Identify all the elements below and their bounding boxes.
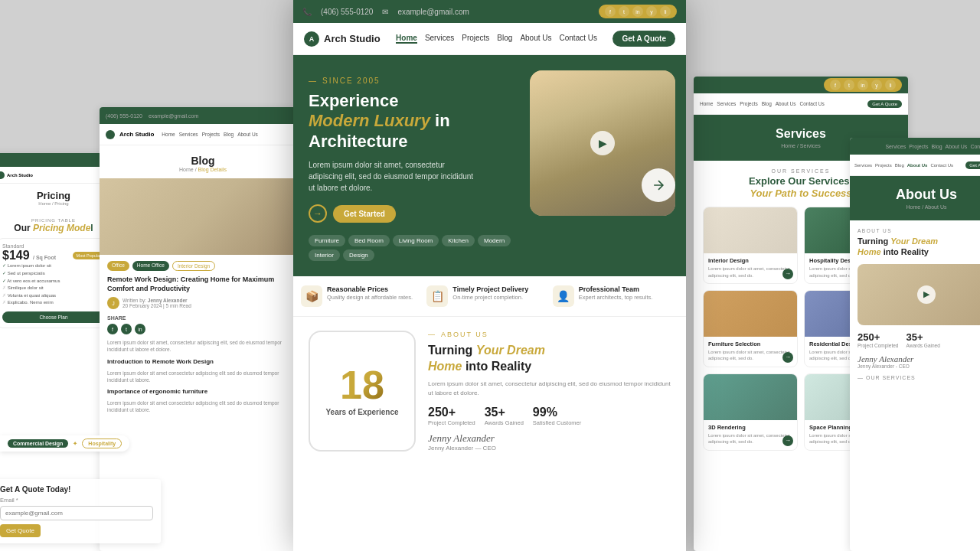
apt-t1: Turning xyxy=(858,236,888,246)
pricing-logo-text: Arch Studio xyxy=(7,173,33,178)
feature-team-text: Professional Team Expert architects, top… xyxy=(579,285,653,301)
s-li[interactable]: li xyxy=(885,80,896,90)
pricing-section-title: Our Pricing Model xyxy=(0,223,115,233)
nav-contact[interactable]: Contact Us xyxy=(560,34,597,44)
hero-cta-button[interactable]: Get Started xyxy=(333,205,396,223)
services-nav-cta[interactable]: Get A Quote xyxy=(867,100,902,108)
at-services[interactable]: Services xyxy=(885,144,906,149)
an-contact[interactable]: Contact Us xyxy=(930,163,953,168)
about-nav-cta[interactable]: Get A Quote xyxy=(965,161,980,169)
team-icon: 👤 xyxy=(553,285,574,307)
nav-projects[interactable]: Projects xyxy=(462,34,489,44)
blog-share-label: SHARE xyxy=(107,315,293,321)
pricing-cards: Standard $149 / Sq Foot Most Popular Lor… xyxy=(0,233,115,333)
about-page-stats: 250+ Project Completed 35+ Awards Gained xyxy=(858,331,980,348)
about-label: ABOUT US xyxy=(428,331,671,338)
service-furniture-desc: Lorem ipsum dolor sit amet, consectetur … xyxy=(708,349,792,362)
at-projects[interactable]: Projects xyxy=(909,144,928,149)
blog-nav-services[interactable]: Services xyxy=(179,132,198,137)
at-about[interactable]: About Us xyxy=(946,144,968,149)
email-cta-button[interactable]: Get Quote xyxy=(0,524,41,537)
svc-nav-about[interactable]: About Us xyxy=(776,101,796,106)
at-contact[interactable]: Contact Us xyxy=(970,144,980,149)
share-linkedin[interactable]: in xyxy=(135,324,145,334)
blog-nav-blog[interactable]: Blog xyxy=(224,132,234,137)
logo-icon: A xyxy=(304,31,319,47)
stat-satisfied: 99% Satisfied Customer xyxy=(533,406,581,426)
an-blog[interactable]: Blog xyxy=(895,163,904,168)
about-play-button[interactable]: ▶ xyxy=(917,285,936,304)
s-tw[interactable]: t xyxy=(844,80,854,90)
blog-nav-about[interactable]: About Us xyxy=(237,132,258,137)
tag-interior[interactable]: Interior xyxy=(309,249,340,261)
email-form: Get A Quote Today! Email * Get Quote xyxy=(0,479,161,543)
tag-interior[interactable]: Interior Design xyxy=(172,261,215,271)
svc-nav-services[interactable]: Services xyxy=(717,101,736,106)
blog-breadcrumb: Home / Blog Details xyxy=(107,167,293,172)
signature: Jenny Alexander xyxy=(428,432,671,445)
tag-home-office[interactable]: Home Office xyxy=(132,261,169,271)
tag-modern[interactable]: Modern xyxy=(478,235,511,246)
nav-cta-button[interactable]: Get A Quote xyxy=(612,31,675,47)
play-button[interactable]: ▶ xyxy=(590,131,615,155)
svc-nav-contact[interactable]: Contact Us xyxy=(800,101,825,106)
nav-links: Home Services Projects Blog About Us Con… xyxy=(396,34,597,44)
service-furniture-arrow[interactable]: → xyxy=(782,352,793,363)
share-facebook[interactable]: f xyxy=(107,324,118,334)
tag-furniture[interactable]: Furniture xyxy=(309,235,345,246)
instagram-icon[interactable]: in xyxy=(632,6,643,17)
about-title-part1: Turning xyxy=(428,344,472,357)
tag-kitchen[interactable]: Kitchen xyxy=(442,235,475,246)
pricing-logo-icon xyxy=(0,171,5,179)
linkedin-icon[interactable]: li xyxy=(660,6,671,17)
tag-living[interactable]: Living Room xyxy=(393,235,439,246)
hero-tags: Furniture Bed Room Living Room Kitchen M… xyxy=(309,235,538,261)
tag-bedroom[interactable]: Bed Room xyxy=(348,235,390,246)
twitter-icon[interactable]: t xyxy=(619,6,629,17)
blog-nav-projects[interactable]: Projects xyxy=(202,132,220,137)
svc-nav-home[interactable]: Home xyxy=(700,101,713,106)
an-about[interactable]: About Us xyxy=(907,163,928,168)
facebook-icon[interactable]: f xyxy=(605,6,616,17)
blog-nav-home[interactable]: Home xyxy=(162,132,175,137)
about-stat-projects: 250+ Project Completed xyxy=(858,331,898,348)
svc-nav-blog[interactable]: Blog xyxy=(762,101,772,106)
hero-arrow-icon[interactable]: → xyxy=(309,204,327,223)
nav-home[interactable]: Home xyxy=(396,34,417,44)
nav-blog[interactable]: Blog xyxy=(497,34,512,44)
about-topbar: Services Projects Blog About Us Contact … xyxy=(850,138,980,155)
an-projects[interactable]: Projects xyxy=(875,163,892,168)
blog-title-area: Blog Home / Blog Details xyxy=(100,145,293,178)
youtube-icon[interactable]: y xyxy=(646,6,657,17)
plan-standard-cta[interactable]: Choose Plan xyxy=(2,311,105,323)
share-twitter[interactable]: t xyxy=(121,324,132,334)
get-in-touch-button[interactable] xyxy=(642,168,675,202)
feature-prices-title: Reasonable Prices xyxy=(327,285,413,293)
blog-avatar: J xyxy=(107,297,119,309)
hero-title: Experience Modern Luxury in Architecture xyxy=(309,91,492,152)
prices-icon: 📦 xyxy=(301,285,322,307)
service-interior-arrow[interactable]: → xyxy=(782,269,793,279)
feature-delivery: 📋 Timely Project Delivery On-time projec… xyxy=(426,285,552,307)
service-card-interior: Interior Design Lorem ipsum dolor sit am… xyxy=(703,207,798,284)
at-blog[interactable]: Blog xyxy=(932,144,942,149)
commercial-chip1[interactable]: Commercial Design xyxy=(8,439,68,448)
service-3d-arrow[interactable]: → xyxy=(782,435,793,446)
services-title1: Explore Our Services: xyxy=(749,175,853,187)
nav-about[interactable]: About Us xyxy=(520,34,551,44)
logo[interactable]: A Arch Studio xyxy=(304,31,381,47)
service-interior-title: Interior Design xyxy=(708,257,792,264)
feature-prices-desc: Quality design at affordable rates. xyxy=(327,294,413,301)
s-fb[interactable]: f xyxy=(830,80,841,90)
nav-services[interactable]: Services xyxy=(425,34,454,44)
s-yt[interactable]: y xyxy=(871,80,882,90)
email-input[interactable] xyxy=(0,506,153,520)
tag-office[interactable]: Office xyxy=(107,261,129,271)
about-hero-breadcrumb: Home / About Us xyxy=(858,204,980,210)
an-services[interactable]: Services xyxy=(854,163,872,168)
tag-design[interactable]: Design xyxy=(343,249,374,261)
s-in[interactable]: in xyxy=(858,80,868,90)
svc-nav-projects[interactable]: Projects xyxy=(740,101,757,106)
hero-since-text: SINCE 2005 xyxy=(322,77,381,85)
commercial-chip2[interactable]: Hospitality xyxy=(82,439,122,448)
